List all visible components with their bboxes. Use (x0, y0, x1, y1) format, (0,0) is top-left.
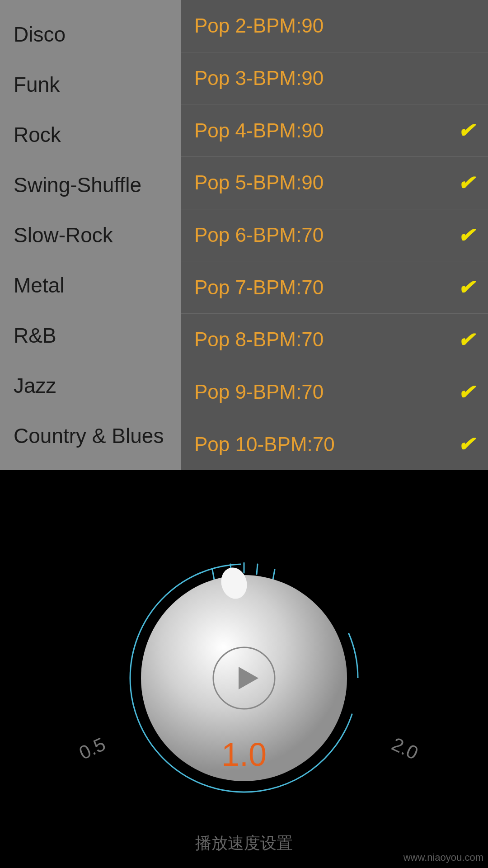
check-icon-9: ✔ (458, 433, 474, 456)
genre-item-metal[interactable]: Metal (14, 269, 167, 302)
track-name-6: Pop 7-BPM:70 (194, 276, 324, 299)
svg-line-8 (273, 570, 275, 580)
watermark: www.niaoyou.com (404, 852, 483, 863)
track-name-2: Pop 3-BPM:90 (194, 67, 324, 90)
track-name-5: Pop 6-BPM:70 (194, 224, 324, 246)
track-item-9[interactable]: Pop 10-BPM:70 ✔ (181, 418, 488, 470)
genre-item-rnb[interactable]: R&B (14, 319, 167, 352)
top-section: Disco Funk Rock Swing-Shuffle Slow-Rock … (0, 0, 488, 470)
genre-list: Disco Funk Rock Swing-Shuffle Slow-Rock … (0, 0, 181, 470)
track-item-1[interactable]: Pop 2-BPM:90 (181, 0, 488, 52)
genre-item-disco[interactable]: Disco (14, 18, 167, 51)
track-item-4[interactable]: Pop 5-BPM:90 ✔ (181, 157, 488, 209)
track-item-6[interactable]: Pop 7-BPM:70 ✔ (181, 261, 488, 314)
track-item-8[interactable]: Pop 9-BPM:70 ✔ (181, 366, 488, 419)
genre-item-funk[interactable]: Funk (14, 68, 167, 101)
genre-item-jazz[interactable]: Jazz (14, 369, 167, 402)
speed-value: 1.0 (221, 736, 267, 773)
svg-line-7 (257, 564, 258, 574)
track-name-1: Pop 2-BPM:90 (194, 14, 324, 37)
check-icon-4: ✔ (458, 171, 474, 194)
track-item-3[interactable]: Pop 4-BPM:90 ✔ (181, 104, 488, 157)
check-icon-7: ✔ (458, 328, 474, 351)
track-name-4: Pop 5-BPM:90 (194, 171, 324, 194)
genre-item-rock[interactable]: Rock (14, 118, 167, 151)
track-item-5[interactable]: Pop 6-BPM:70 ✔ (181, 209, 488, 262)
track-name-3: Pop 4-BPM:90 (194, 119, 324, 142)
genre-item-slow-rock[interactable]: Slow-Rock (14, 218, 167, 252)
genre-item-country-blues[interactable]: Country & Blues (14, 419, 167, 453)
speed-max-label: 2.0 (388, 733, 421, 764)
speed-control-section: 1.0 0.5 2.0 播放速度设置 www.niaoyou.com (0, 470, 488, 868)
track-list: Pop 2-BPM:90 Pop 3-BPM:90 Pop 4-BPM:90 ✔… (181, 0, 488, 470)
track-item-2[interactable]: Pop 3-BPM:90 (181, 52, 488, 105)
genre-item-swing-shuffle[interactable]: Swing-Shuffle (14, 168, 167, 202)
track-name-9: Pop 10-BPM:70 (194, 433, 335, 456)
speed-settings-label: 播放速度设置 (195, 832, 293, 854)
speed-min-label: 0.5 (76, 733, 109, 764)
check-icon-6: ✔ (458, 276, 474, 299)
track-name-8: Pop 9-BPM:70 (194, 381, 324, 403)
check-icon-5: ✔ (458, 224, 474, 247)
track-item-7[interactable]: Pop 8-BPM:70 ✔ (181, 314, 488, 366)
svg-line-4 (212, 570, 214, 580)
speed-dial[interactable]: 1.0 (113, 547, 375, 809)
check-icon-8: ✔ (458, 381, 474, 404)
track-name-7: Pop 8-BPM:70 (194, 328, 324, 351)
check-icon-3: ✔ (458, 119, 474, 142)
